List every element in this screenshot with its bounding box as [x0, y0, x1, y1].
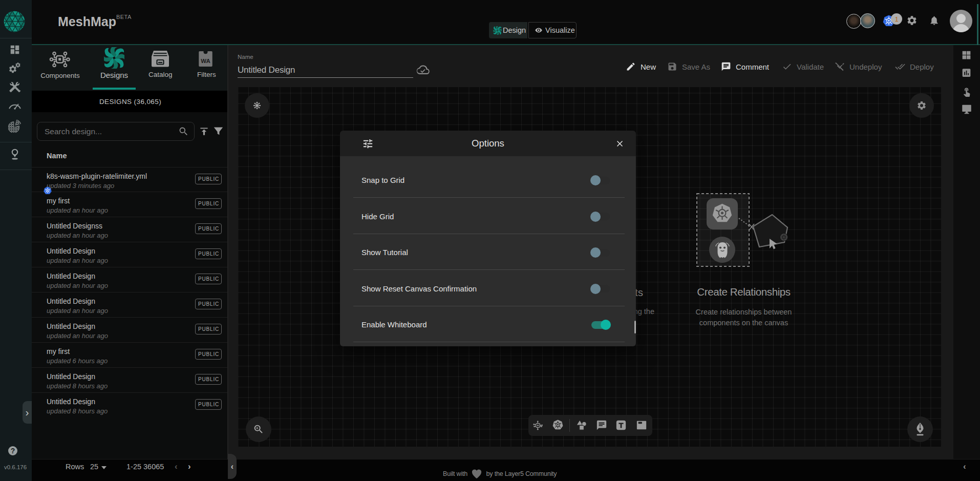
- svg-text:WA: WA: [201, 58, 210, 64]
